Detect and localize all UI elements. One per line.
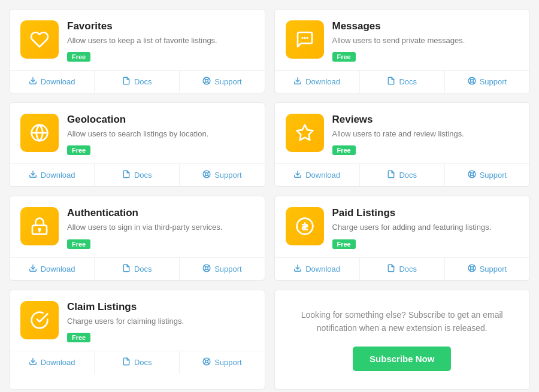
card-claim-listings: Claim Listings Charge users for claiming… <box>9 290 265 390</box>
support-label: Support <box>214 77 242 86</box>
card-actions: Download Docs Support <box>10 351 265 373</box>
docs-button[interactable]: Docs <box>360 71 445 93</box>
docs-icon <box>387 77 395 87</box>
subscribe-text: Looking for something else? Subscribe to… <box>293 308 512 335</box>
svg-line-59 <box>204 362 205 363</box>
support-icon <box>202 357 211 367</box>
card-desc: Allow users to sign in via third-party s… <box>67 222 254 233</box>
card-paid-listings: Paid Listings Charge users for adding an… <box>274 196 531 280</box>
docs-icon <box>122 264 131 274</box>
download-button[interactable]: Download <box>10 164 95 186</box>
docs-button[interactable]: Docs <box>95 71 180 93</box>
card-geolocation: Geolocation Allow users to search listin… <box>9 102 265 187</box>
download-label: Download <box>305 171 340 180</box>
download-label: Download <box>41 358 75 367</box>
support-icon <box>468 77 476 87</box>
card-body: Reviews Allow users to rate and review l… <box>275 103 530 163</box>
svg-line-15 <box>473 78 474 80</box>
docs-button[interactable]: Docs <box>360 164 445 186</box>
svg-line-49 <box>470 265 471 266</box>
card-messages: Messages Allow users to send private mes… <box>274 9 531 93</box>
svg-line-6 <box>204 82 205 83</box>
download-button[interactable]: Download <box>10 71 95 93</box>
lock-icon <box>20 207 59 245</box>
download-icon <box>29 357 37 367</box>
download-button[interactable]: Download <box>10 351 95 373</box>
docs-label: Docs <box>399 265 417 274</box>
card-body: Paid Listings Charge users for adding an… <box>275 196 530 257</box>
support-button[interactable]: Support <box>445 164 529 186</box>
card-info: Claim Listings Charge users for claiming… <box>67 301 254 342</box>
card-info: Geolocation Allow users to search listin… <box>67 114 254 155</box>
docs-button[interactable]: Docs <box>360 258 445 280</box>
docs-icon <box>122 170 131 180</box>
download-button[interactable]: Download <box>275 71 360 93</box>
docs-label: Docs <box>134 358 152 367</box>
card-authentication: Authentication Allow users to sign in vi… <box>9 196 265 280</box>
card-desc: Allow users to rate and review listings. <box>332 129 519 139</box>
support-button[interactable]: Support <box>180 71 264 93</box>
star-icon <box>286 114 324 152</box>
download-button[interactable]: Download <box>275 258 360 280</box>
card-actions: Download Docs Support <box>275 70 530 93</box>
subscribe-card: Looking for something else? Subscribe to… <box>274 290 531 390</box>
docs-button[interactable]: Docs <box>95 258 180 280</box>
download-icon <box>293 264 302 274</box>
download-label: Download <box>305 265 340 274</box>
svg-line-30 <box>470 172 471 173</box>
svg-line-5 <box>208 78 209 80</box>
card-title: Favorites <box>67 20 254 32</box>
card-title: Authentication <box>67 207 254 219</box>
card-actions: Download Docs Support <box>10 70 265 93</box>
support-icon <box>468 264 476 274</box>
svg-line-52 <box>470 269 471 270</box>
card-desc: Allow users to keep a list of favorite l… <box>67 35 254 46</box>
download-icon <box>29 264 37 274</box>
card-info: Paid Listings Charge users for adding an… <box>332 207 519 248</box>
svg-line-33 <box>470 175 471 177</box>
card-actions: Download Docs Support <box>10 257 265 280</box>
support-label: Support <box>214 265 242 274</box>
support-button[interactable]: Support <box>445 258 529 280</box>
subscribe-button[interactable]: Subscribe Now <box>353 347 451 371</box>
support-button[interactable]: Support <box>180 164 264 186</box>
support-label: Support <box>480 265 507 274</box>
svg-line-14 <box>473 82 474 83</box>
card-favorites: Favorites Allow users to keep a list of … <box>9 9 265 93</box>
download-label: Download <box>305 77 340 86</box>
support-button[interactable]: Support <box>180 258 264 280</box>
docs-label: Docs <box>134 171 152 180</box>
svg-line-51 <box>473 265 474 266</box>
download-button[interactable]: Download <box>10 258 95 280</box>
docs-label: Docs <box>399 171 417 180</box>
card-body: Messages Allow users to send private mes… <box>275 10 530 70</box>
docs-button[interactable]: Docs <box>95 351 180 373</box>
card-title: Reviews <box>332 114 519 126</box>
support-label: Support <box>214 358 242 367</box>
docs-icon <box>122 357 131 367</box>
support-label: Support <box>480 171 507 180</box>
support-icon <box>202 170 211 180</box>
badge-free: Free <box>67 239 90 249</box>
support-button[interactable]: Support <box>180 351 264 373</box>
docs-label: Docs <box>134 265 152 274</box>
svg-line-13 <box>470 78 471 80</box>
docs-button[interactable]: Docs <box>95 164 180 186</box>
svg-line-42 <box>208 265 209 266</box>
card-info: Messages Allow users to send private mes… <box>332 20 519 62</box>
support-icon <box>202 264 211 274</box>
card-desc: Charge users for claiming listings. <box>67 316 254 327</box>
card-info: Reviews Allow users to rate and review l… <box>332 114 519 155</box>
docs-icon <box>387 264 395 274</box>
svg-line-57 <box>208 362 209 363</box>
download-button[interactable]: Download <box>275 164 360 186</box>
support-button[interactable]: Support <box>445 71 529 93</box>
card-title: Messages <box>332 20 519 32</box>
card-body: Authentication Allow users to sign in vi… <box>10 196 265 257</box>
docs-label: Docs <box>399 77 417 86</box>
svg-line-32 <box>473 172 474 173</box>
support-icon <box>468 170 476 180</box>
support-icon <box>202 77 211 87</box>
card-desc: Charge users for adding and featuring li… <box>332 222 519 233</box>
extensions-grid: Favorites Allow users to keep a list of … <box>9 9 530 390</box>
